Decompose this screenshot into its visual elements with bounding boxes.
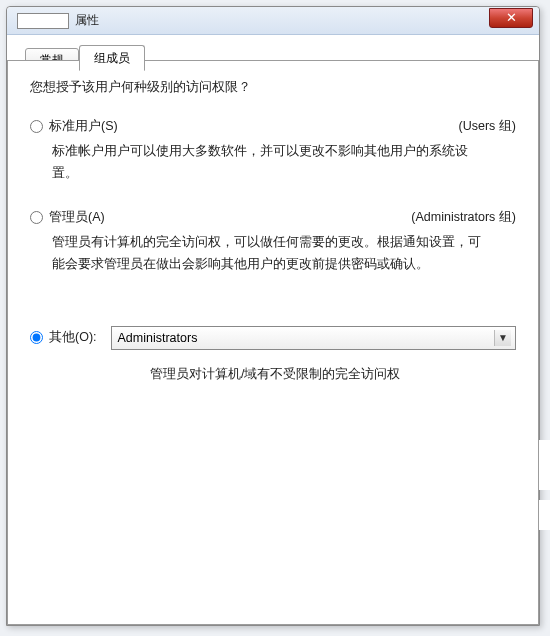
client-area: 常规 组成员 您想授予该用户何种级别的访问权限？ 标准用户(S) (Users … xyxy=(7,35,539,625)
group-administrator: (Administrators 组) xyxy=(411,209,516,226)
radio-standard-user[interactable] xyxy=(30,120,43,133)
title-suffix: 属性 xyxy=(75,12,99,29)
group-dropdown-value: Administrators xyxy=(118,331,198,345)
close-icon: ✕ xyxy=(506,10,517,25)
titlebar[interactable]: 属性 ✕ xyxy=(7,7,539,35)
desc-other: 管理员对计算机/域有不受限制的完全访问权 xyxy=(150,366,516,383)
desc-administrator: 管理员有计算机的完全访问权，可以做任何需要的更改。根据通知设置，可能会要求管理员… xyxy=(52,232,482,276)
radio-administrator[interactable] xyxy=(30,211,43,224)
group-standard-user: (Users 组) xyxy=(459,118,516,135)
close-button[interactable]: ✕ xyxy=(489,8,533,28)
label-standard-user: 标准用户(S) xyxy=(49,118,118,135)
tab-panel-group-membership: 您想授予该用户何种级别的访问权限？ 标准用户(S) (Users 组) 标准帐户… xyxy=(7,60,539,625)
title-obscured xyxy=(17,13,69,29)
radio-other[interactable] xyxy=(30,331,43,344)
properties-dialog: 属性 ✕ 常规 组成员 您想授予该用户何种级别的访问权限？ 标准用户(S) (U… xyxy=(6,6,540,626)
label-other: 其他(O): xyxy=(49,329,97,346)
option-other: 其他(O): Administrators ▼ xyxy=(30,326,516,350)
tab-group-membership[interactable]: 组成员 xyxy=(79,45,145,71)
access-level-prompt: 您想授予该用户何种级别的访问权限？ xyxy=(30,79,516,96)
option-administrator: 管理员(A) (Administrators 组) 管理员有计算机的完全访问权，… xyxy=(30,209,516,276)
group-dropdown[interactable]: Administrators ▼ xyxy=(111,326,516,350)
chevron-down-icon: ▼ xyxy=(494,330,511,346)
desc-standard-user: 标准帐户用户可以使用大多数软件，并可以更改不影响其他用户的系统设置。 xyxy=(52,141,482,185)
label-administrator: 管理员(A) xyxy=(49,209,105,226)
option-standard-user: 标准用户(S) (Users 组) 标准帐户用户可以使用大多数软件，并可以更改不… xyxy=(30,118,516,185)
